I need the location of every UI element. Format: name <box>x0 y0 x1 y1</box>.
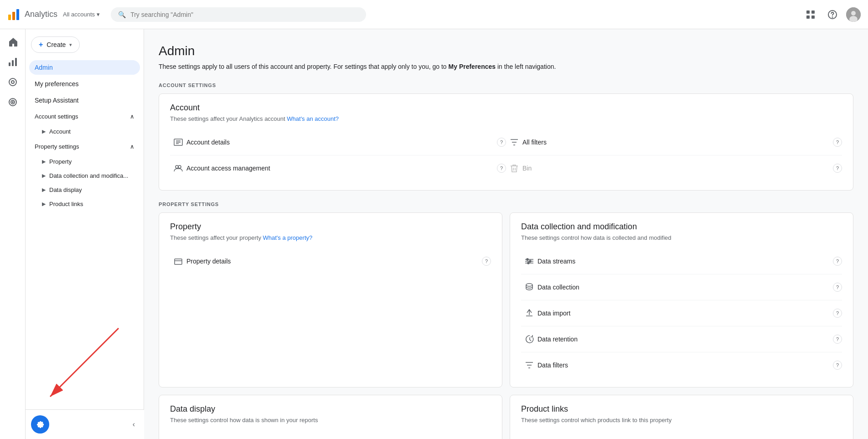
sidebar-sub-data-collection[interactable]: ▶ Data collection and modifica... <box>29 170 140 182</box>
account-card-subtitle: These settings affect your Analytics acc… <box>170 115 842 122</box>
data-retention-item[interactable]: Data retention ? <box>521 326 842 352</box>
svg-rect-14 <box>15 58 17 66</box>
page-subtitle: These settings apply to all users of thi… <box>159 62 853 72</box>
account-items-grid: Account details ? Account <box>170 129 842 181</box>
adsense-links-item[interactable]: Google AdSense links ? <box>521 431 842 439</box>
search-input[interactable] <box>130 11 359 18</box>
property-details-item[interactable]: Property details ? <box>170 248 491 274</box>
all-filters-help[interactable]: ? <box>833 138 842 147</box>
svg-point-8 <box>832 17 833 17</box>
data-collection-item[interactable]: Data collection ? <box>521 274 842 300</box>
property-settings-section[interactable]: Property settings ∧ <box>29 139 140 154</box>
data-filters-label: Data filters <box>537 362 833 369</box>
data-retention-help[interactable]: ? <box>833 335 842 344</box>
data-import-help[interactable]: ? <box>833 309 842 318</box>
svg-rect-0 <box>8 15 11 20</box>
all-filters-item[interactable]: All filters ? <box>506 129 842 155</box>
sidebar-sub-label: Property <box>49 158 72 165</box>
help-icon-button[interactable] <box>824 6 841 23</box>
app-title: Analytics <box>25 10 57 19</box>
account-access-icon <box>170 160 186 176</box>
data-collection-card: Data collection and modification These s… <box>510 212 853 387</box>
property-link[interactable]: What's a property? <box>263 234 313 241</box>
icon-rail <box>0 29 26 439</box>
svg-rect-5 <box>806 15 810 19</box>
settings-gear-button[interactable] <box>31 415 49 434</box>
data-streams-item[interactable]: Data streams ? <box>521 248 842 274</box>
data-filters-help[interactable]: ? <box>833 361 842 370</box>
svg-rect-13 <box>12 60 14 66</box>
page-title: Admin <box>159 44 853 58</box>
sidebar: + Create ▾ Admin My preferences Setup As… <box>26 29 144 439</box>
data-collection-icon <box>521 279 537 295</box>
my-preferences-link[interactable]: My Preferences <box>449 63 496 70</box>
product-links-title: Product links <box>521 404 842 414</box>
property-card-title: Property <box>170 222 491 232</box>
data-collection-subtitle: These settings control how data is colle… <box>521 234 842 241</box>
collapse-sidebar-button[interactable]: ‹ <box>129 417 139 432</box>
property-card-subtitle: These settings affect your property What… <box>170 234 491 241</box>
sidebar-sub-property[interactable]: ▶ Property <box>29 155 140 168</box>
account-settings-label: Account settings <box>35 113 78 120</box>
account-link[interactable]: What's an account? <box>287 115 339 122</box>
bin-help[interactable]: ? <box>833 164 842 173</box>
sidebar-sub-account[interactable]: ▶ Account <box>29 125 140 138</box>
rail-advertising[interactable] <box>4 93 22 111</box>
arrow-icon: ▶ <box>42 129 46 134</box>
account-selector[interactable]: All accounts ▾ <box>63 11 100 18</box>
svg-rect-2 <box>16 9 19 20</box>
all-filters-label: All filters <box>522 139 833 146</box>
grid-icon-button[interactable] <box>802 6 819 23</box>
property-settings-section-label: PROPERTY SETTINGS <box>159 201 853 207</box>
sidebar-sub-product-links[interactable]: ▶ Product links <box>29 198 140 210</box>
property-details-label: Property details <box>186 258 482 265</box>
account-details-icon <box>170 134 186 150</box>
sidebar-item-preferences[interactable]: My preferences <box>29 77 140 91</box>
create-label: Create <box>46 41 66 48</box>
bin-item[interactable]: Bin ? <box>506 155 842 181</box>
property-card: Property These settings affect your prop… <box>159 212 502 387</box>
events-item[interactable]: Events ? <box>170 431 491 439</box>
sidebar-sub-data-display[interactable]: ▶ Data display <box>29 184 140 196</box>
data-filters-item[interactable]: Data filters ? <box>521 352 842 378</box>
rail-explore[interactable] <box>4 73 22 91</box>
sidebar-item-admin[interactable]: Admin <box>29 60 140 75</box>
product-links-card: Product links These settings control whi… <box>510 395 853 439</box>
svg-rect-3 <box>806 10 810 14</box>
data-import-item[interactable]: Data import ? <box>521 300 842 326</box>
topbar-actions <box>802 6 861 23</box>
chevron-down-icon: ▾ <box>97 11 100 18</box>
data-streams-help[interactable]: ? <box>833 257 842 266</box>
sidebar-bottom: ‹ <box>26 409 144 439</box>
data-filters-icon <box>521 357 537 373</box>
rail-reports[interactable] <box>4 53 22 71</box>
svg-rect-12 <box>9 62 10 66</box>
create-button[interactable]: + Create ▾ <box>31 36 80 53</box>
data-display-card: Data display These settings control how … <box>159 395 502 439</box>
svg-point-10 <box>851 11 856 15</box>
property-details-help[interactable]: ? <box>482 257 491 266</box>
data-streams-icon <box>521 253 537 269</box>
svg-rect-6 <box>811 15 815 19</box>
rail-home[interactable] <box>4 33 22 51</box>
data-collection-label: Data collection <box>537 284 833 291</box>
collapse-icon: ∧ <box>130 113 134 120</box>
search-icon: 🔍 <box>118 11 126 18</box>
plus-icon: + <box>39 41 43 49</box>
sidebar-sub-label: Account <box>49 128 71 135</box>
avatar[interactable] <box>846 7 861 22</box>
sidebar-item-setup[interactable]: Setup Assistant <box>29 93 140 108</box>
search-bar[interactable]: 🔍 <box>111 7 366 22</box>
account-details-item[interactable]: Account details ? <box>170 129 506 155</box>
sidebar-sub-label: Data display <box>49 186 82 193</box>
account-access-item[interactable]: Account access management ? <box>170 155 506 181</box>
account-settings-section[interactable]: Account settings ∧ <box>29 109 140 124</box>
data-collection-help[interactable]: ? <box>833 283 842 292</box>
logo[interactable]: Analytics <box>7 8 57 21</box>
svg-point-19 <box>12 102 13 103</box>
account-access-help[interactable]: ? <box>497 164 506 173</box>
sidebar-item-label: Admin <box>35 64 53 71</box>
all-filters-icon <box>506 134 522 150</box>
data-import-icon <box>521 305 537 321</box>
account-details-help[interactable]: ? <box>497 138 506 147</box>
